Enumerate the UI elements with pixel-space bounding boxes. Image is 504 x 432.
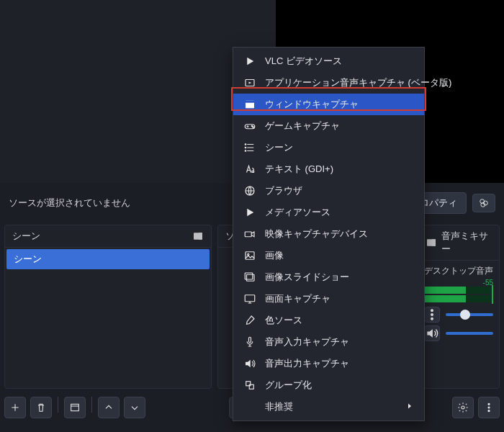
- audio-meter: [424, 287, 493, 294]
- mixer-panel: 音声ミキサー デスクトップ音声 -55: [418, 225, 500, 389]
- svg-point-14: [488, 410, 490, 412]
- image-icon: [243, 249, 256, 262]
- separator: [58, 397, 58, 413]
- svg-point-23: [245, 150, 246, 152]
- svg-rect-6: [432, 239, 436, 246]
- ctx-window-capture[interactable]: ウィンドウキャプチャ: [233, 94, 424, 115]
- window-icon: [243, 98, 256, 111]
- group-icon: [243, 379, 256, 392]
- chevron-right-icon: [405, 402, 414, 413]
- ctx-color-source[interactable]: 色ソース: [233, 310, 424, 331]
- add-source-context-menu: VLC ビデオソース アプリケーション音声キャプチャ (ベータ版) ウィンドウキ…: [233, 47, 425, 421]
- list-icon: [243, 141, 256, 154]
- svg-point-22: [245, 147, 246, 148]
- mixer-toolbar: [452, 397, 500, 418]
- svg-rect-26: [246, 252, 254, 260]
- svg-point-8: [431, 314, 433, 316]
- scene-filter-button[interactable]: [64, 397, 86, 418]
- mixer-controls-2: [424, 325, 493, 341]
- svg-point-21: [245, 144, 246, 145]
- svg-point-12: [488, 403, 490, 405]
- ctx-vlc-video-source[interactable]: VLC ビデオソース: [233, 50, 424, 72]
- mixer-menu-button[interactable]: [478, 397, 500, 418]
- ctx-display-capture[interactable]: 画面キャプチャ: [233, 288, 424, 310]
- mixer-body: デスクトップ音声 -55: [418, 261, 499, 388]
- svg-point-19: [251, 125, 253, 127]
- audio-meter: [424, 295, 493, 302]
- add-scene-button[interactable]: [4, 397, 26, 418]
- dock-icon[interactable]: [426, 237, 437, 248]
- ctx-browser[interactable]: ブラウザ: [233, 180, 424, 202]
- channel-menu-button[interactable]: [424, 307, 440, 323]
- mixer-settings-button[interactable]: [452, 397, 474, 418]
- svg-rect-25: [245, 232, 251, 237]
- scenes-toolbar: [4, 397, 223, 418]
- svg-point-7: [431, 310, 433, 312]
- globe-icon: [243, 184, 256, 197]
- ctx-image[interactable]: 画像: [233, 245, 424, 266]
- svg-rect-29: [245, 273, 253, 279]
- svg-point-9: [431, 318, 433, 320]
- svg-rect-4: [199, 233, 202, 239]
- ctx-game-capture[interactable]: ゲームキャプチャ: [233, 115, 424, 137]
- scenes-title: シーン: [12, 230, 192, 243]
- ctx-text-gdi[interactable]: テキスト (GDI+): [233, 158, 424, 180]
- ctx-scene[interactable]: シーン: [233, 137, 424, 158]
- move-down-button[interactable]: [124, 397, 145, 418]
- svg-point-20: [253, 127, 254, 128]
- ctx-group[interactable]: グループ化: [233, 374, 424, 396]
- monitor-icon: [243, 292, 256, 305]
- svg-rect-30: [245, 295, 255, 302]
- brush-icon: [243, 314, 256, 327]
- svg-point-11: [462, 406, 464, 409]
- scenes-header: シーン: [5, 225, 211, 248]
- volume-slider[interactable]: [446, 313, 493, 316]
- mixer-channel-name: デスクトップ音声: [424, 265, 493, 277]
- gamepad-icon: [243, 120, 256, 132]
- dock-icon[interactable]: [192, 230, 204, 242]
- ctx-audio-input-capture[interactable]: 音声入力キャプチャ: [233, 331, 424, 353]
- filters-button-partial[interactable]: [472, 194, 495, 212]
- mixer-controls: [424, 307, 493, 323]
- mixer-header: 音声ミキサー: [418, 225, 499, 261]
- slideshow-icon: [243, 271, 256, 284]
- ctx-deprecated-submenu[interactable]: 非推奨: [233, 396, 424, 418]
- ctx-image-slideshow[interactable]: 画像スライドショー: [233, 266, 424, 288]
- mute-button[interactable]: [424, 325, 440, 341]
- svg-rect-28: [247, 274, 255, 281]
- ctx-app-audio-capture[interactable]: アプリケーション音声キャプチャ (ベータ版): [233, 72, 424, 94]
- mixer-title: 音声ミキサー: [441, 230, 492, 256]
- scenes-list[interactable]: シーン: [5, 248, 211, 388]
- speaker-icon: [243, 357, 256, 370]
- svg-rect-17: [246, 101, 254, 103]
- remove-scene-button[interactable]: [30, 397, 52, 418]
- svg-rect-10: [71, 404, 79, 410]
- play-icon: [243, 55, 256, 68]
- ctx-audio-output-capture[interactable]: 音声出力キャプチャ: [233, 353, 424, 374]
- separator: [91, 397, 92, 413]
- move-up-button[interactable]: [98, 397, 120, 418]
- ctx-video-capture-device[interactable]: 映像キャプチャデバイス: [233, 223, 424, 245]
- text-icon: [243, 163, 256, 176]
- play-icon: [243, 206, 256, 219]
- svg-rect-31: [249, 337, 251, 343]
- scenes-panel: シーン シーン: [4, 225, 212, 389]
- filters-icon: [479, 198, 489, 208]
- slider-knob[interactable]: [460, 310, 470, 320]
- app-audio-icon: [243, 76, 256, 89]
- ctx-media-source[interactable]: メディアソース: [233, 202, 424, 223]
- mixer-db-value: -55: [424, 279, 493, 287]
- volume-slider-2[interactable]: [446, 332, 493, 335]
- svg-point-13: [488, 407, 490, 408]
- camera-icon: [243, 228, 256, 240]
- mic-icon: [243, 336, 256, 348]
- scene-item[interactable]: シーン: [6, 249, 210, 269]
